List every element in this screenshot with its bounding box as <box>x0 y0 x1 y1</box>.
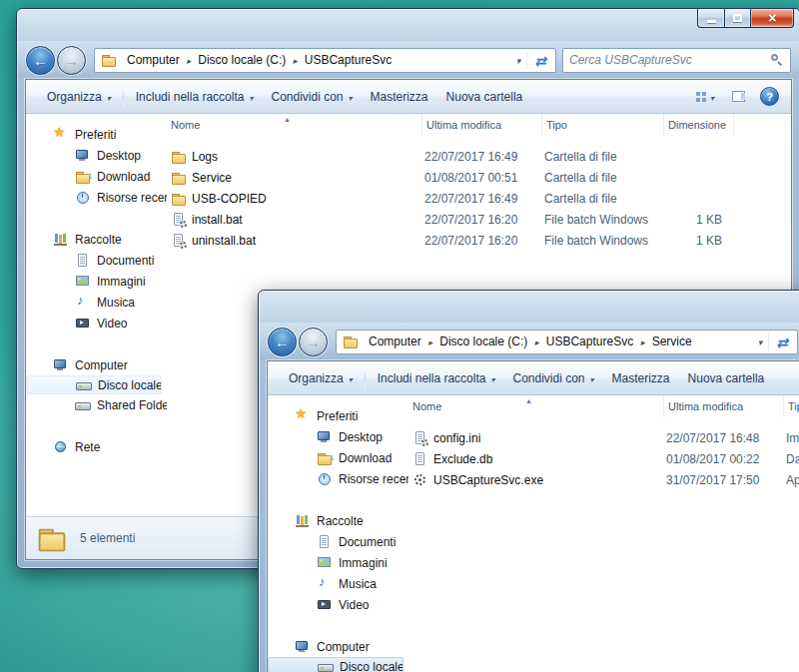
breadcrumb-disco-locale[interactable]: Disco locale (C:) <box>432 335 534 348</box>
maximize-button[interactable] <box>725 9 751 28</box>
minimize-button[interactable] <box>697 9 725 28</box>
search-input[interactable] <box>563 53 769 67</box>
address-bar[interactable]: Computer Disco locale (C:) USBCaptureSvc… <box>336 330 798 354</box>
file-row-logs[interactable]: Logs 22/07/2017 16:49 Cartella di file <box>167 146 791 167</box>
column-label: Ultima modifica <box>426 119 501 131</box>
organize-button[interactable]: Organizza <box>38 86 120 108</box>
include-in-library-button[interactable]: Includi nella raccolta <box>127 86 263 108</box>
help-button[interactable] <box>760 87 779 106</box>
sidebar-header-computer[interactable]: Computer <box>26 354 167 375</box>
group-label: Raccolte <box>75 233 122 247</box>
file-row-service[interactable]: Service 01/08/2017 00:51 Cartella di fil… <box>167 167 791 188</box>
column-label: Nome <box>171 119 200 131</box>
sidebar-item-risorse-recenti[interactable]: Risorse recenti <box>268 468 408 489</box>
sidebar-item-documenti[interactable]: Documenti <box>268 531 408 552</box>
search-box[interactable] <box>562 48 791 73</box>
preview-pane-icon <box>731 89 747 105</box>
sidebar-header-preferiti[interactable]: Preferiti <box>268 405 408 426</box>
column-header-nome[interactable]: Nome <box>408 395 664 417</box>
column-header-ultima-modifica[interactable]: Ultima modifica <box>664 395 784 417</box>
recent-places-icon <box>75 190 91 206</box>
breadcrumb-usbcapturesvc[interactable]: USBCaptureSvc <box>298 53 399 67</box>
back-button[interactable] <box>268 328 297 356</box>
sidebar-item-disco-locale[interactable]: Disco locale (C:) <box>26 375 162 394</box>
item-label: Video <box>339 598 369 612</box>
burn-button[interactable]: Masterizza <box>603 367 679 389</box>
breadcrumb-computer[interactable]: Computer <box>362 335 428 348</box>
drive-icon <box>76 377 92 393</box>
file-rows: Logs 22/07/2017 16:49 Cartella di file S… <box>167 136 791 251</box>
refresh-button[interactable] <box>526 52 553 69</box>
new-folder-button[interactable]: Nuova cartella <box>437 86 532 108</box>
sidebar-item-desktop[interactable]: Desktop <box>26 145 167 166</box>
new-folder-button[interactable]: Nuova cartella <box>679 367 774 389</box>
forward-button[interactable] <box>57 46 86 75</box>
desktop[interactable]: Computer Disco locale (C:) USBCaptureSvc… <box>0 0 799 672</box>
preview-pane-button[interactable] <box>727 86 751 108</box>
column-header-nome[interactable]: Nome <box>167 114 422 136</box>
organize-button[interactable]: Organizza <box>280 367 362 389</box>
batch-file-icon <box>171 233 187 249</box>
file-row-uninstall-bat[interactable]: uninstall.bat 22/07/2017 16:20 File batc… <box>167 230 791 251</box>
desktop-icon <box>317 429 333 445</box>
sidebar-item-musica[interactable]: Musica <box>26 292 167 313</box>
breadcrumb-service[interactable]: Service <box>645 335 699 348</box>
file-row-usbcapturesvc-exe[interactable]: USBCaptureSvc.exe 31/07/2017 17:50 Appli… <box>408 469 799 490</box>
sidebar-item-immagini[interactable]: Immagini <box>26 271 167 292</box>
column-label: Tipo <box>788 400 799 412</box>
refresh-button[interactable] <box>768 334 795 350</box>
item-label: Shared Folders <box>97 398 167 412</box>
column-label: Ultima modifica <box>668 400 743 412</box>
title-bar[interactable] <box>17 9 799 41</box>
column-header-tipo[interactable]: Tipo <box>542 114 664 136</box>
download-icon <box>317 450 333 466</box>
breadcrumb-disco-locale[interactable]: Disco locale (C:) <box>191 53 293 67</box>
sidebar-header-preferiti[interactable]: Preferiti <box>26 124 167 145</box>
sidebar-item-download[interactable]: Download <box>26 166 167 187</box>
sidebar-item-musica[interactable]: Musica <box>268 573 408 594</box>
breadcrumb-usbcapturesvc[interactable]: USBCaptureSvc <box>539 335 640 348</box>
item-label: Video <box>97 317 127 331</box>
sidebar-item-desktop[interactable]: Desktop <box>268 426 408 447</box>
file-row-exclude-db[interactable]: Exclude.db 01/08/2017 00:22 Data Base Fi… <box>408 448 799 469</box>
sidebar-item-risorse-recenti[interactable]: Risorse recenti <box>26 187 167 208</box>
change-view-button[interactable] <box>690 86 718 108</box>
sidebar-item-immagini[interactable]: Immagini <box>268 552 408 573</box>
sidebar-item-video[interactable]: Video <box>268 594 408 615</box>
chevron-down-icon <box>349 371 353 385</box>
file-name: Logs <box>192 150 218 164</box>
sidebar-group-libraries: Raccolte Documenti Immagini Musica Video <box>268 510 408 615</box>
sidebar-header-rete[interactable]: Rete <box>26 436 167 457</box>
include-in-library-button[interactable]: Includi nella raccolta <box>369 367 504 389</box>
close-button[interactable] <box>751 9 794 28</box>
sidebar-item-download[interactable]: Download <box>268 447 408 468</box>
burn-button[interactable]: Masterizza <box>362 86 437 108</box>
sidebar-header-raccolte[interactable]: Raccolte <box>26 229 167 250</box>
forward-button[interactable] <box>299 328 328 356</box>
file-row-usb-copied[interactable]: USB-COPIED 22/07/2017 16:49 Cartella di … <box>167 188 791 209</box>
sidebar-item-shared-folders[interactable]: Shared Folders <box>26 394 167 415</box>
sidebar-header-raccolte[interactable]: Raccolte <box>268 510 408 531</box>
sidebar-item-video[interactable]: Video <box>26 313 167 334</box>
file-row-install-bat[interactable]: install.bat 22/07/2017 16:20 File batch … <box>167 209 791 230</box>
address-history-dropdown[interactable] <box>510 53 527 67</box>
share-with-button[interactable]: Condividi con <box>503 367 602 389</box>
toolbar-right-group <box>690 86 779 108</box>
title-bar[interactable] <box>259 291 799 323</box>
sidebar-item-disco-locale[interactable]: Disco locale (C:) <box>268 657 403 672</box>
sidebar-header-computer[interactable]: Computer <box>268 636 408 657</box>
sidebar-item-documenti[interactable]: Documenti <box>26 250 167 271</box>
column-header-ultima-modifica[interactable]: Ultima modifica <box>422 114 542 136</box>
navigation-pane: Preferiti Desktop Download Risorse recen… <box>268 395 408 672</box>
chevron-down-icon <box>590 371 594 385</box>
explorer-window-service: Computer Disco locale (C:) USBCaptureSvc… <box>258 290 799 672</box>
address-history-dropdown[interactable] <box>752 335 769 348</box>
breadcrumb-computer[interactable]: Computer <box>120 53 187 67</box>
file-modified: 22/07/2017 16:20 <box>422 234 542 248</box>
share-with-button[interactable]: Condividi con <box>262 86 361 108</box>
address-bar[interactable]: Computer Disco locale (C:) USBCaptureSvc <box>94 48 556 73</box>
back-button[interactable] <box>26 46 55 75</box>
column-header-tipo[interactable]: Tipo <box>784 395 799 417</box>
column-header-dimensione[interactable]: Dimensione <box>664 114 734 136</box>
file-row-config-ini[interactable]: config.ini 22/07/2017 16:48 Impostazioni… <box>408 427 799 448</box>
